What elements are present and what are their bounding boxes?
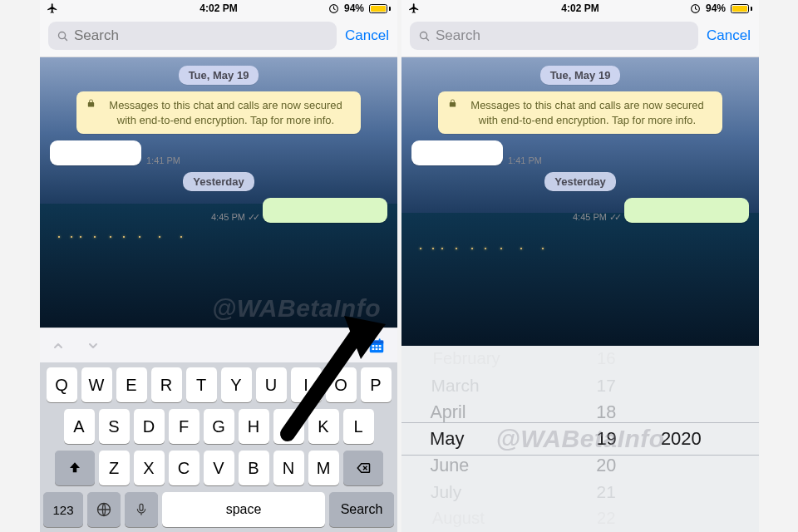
keyboard-row-3: ZXCVBNM: [43, 451, 394, 485]
calendar-icon[interactable]: [367, 337, 386, 355]
date-pill: Tue, May 19: [179, 66, 259, 85]
key-l[interactable]: L: [343, 409, 374, 444]
key-c[interactable]: C: [169, 451, 200, 485]
incoming-bubble[interactable]: [50, 140, 141, 165]
chat-area[interactable]: Tue, May 19 Messages to this chat and ca…: [401, 57, 759, 346]
outgoing-time: 4:45 PM ✓✓: [573, 212, 619, 223]
picker-option[interactable]: 16: [597, 347, 616, 371]
orientation-lock-icon: [328, 3, 339, 14]
key-h[interactable]: H: [239, 409, 269, 444]
key-n[interactable]: N: [273, 451, 304, 485]
day-pill: Yesterday: [183, 172, 254, 191]
key-s[interactable]: S: [99, 409, 130, 444]
svg-rect-7: [379, 345, 382, 347]
svg-rect-12: [379, 338, 381, 342]
dictation-key[interactable]: [125, 492, 158, 527]
picker-option-selected[interactable]: 2020: [661, 426, 702, 452]
svg-rect-6: [376, 345, 378, 347]
key-j[interactable]: J: [273, 409, 304, 444]
picker-option[interactable]: April: [430, 399, 466, 425]
prev-result-icon[interactable]: [52, 339, 65, 352]
picker-option-selected[interactable]: May: [430, 426, 465, 452]
cancel-button[interactable]: Cancel: [707, 27, 751, 44]
read-checks-icon: ✓✓: [248, 212, 258, 222]
search-row: Search Cancel: [401, 17, 759, 57]
picker-day-column[interactable]: 16 17 18 19 20 21 22: [567, 346, 646, 532]
search-key[interactable]: Search: [329, 492, 394, 527]
key-r[interactable]: R: [151, 367, 182, 402]
battery-icon: [369, 4, 391, 13]
picker-option[interactable]: March: [431, 373, 480, 398]
svg-rect-10: [379, 347, 382, 349]
picker-option[interactable]: 22: [597, 506, 616, 530]
status-bar: 4:02 PM 94%: [401, 0, 759, 17]
incoming-message-row: 1:41 PM: [50, 140, 387, 165]
key-o[interactable]: O: [326, 367, 357, 402]
globe-key[interactable]: [87, 492, 121, 527]
chat-area[interactable]: Tue, May 19 Messages to this chat and ca…: [40, 57, 397, 328]
search-field[interactable]: Search: [410, 22, 698, 50]
encryption-notice[interactable]: Messages to this chat and calls are now …: [438, 91, 722, 134]
picker-option[interactable]: 20: [597, 452, 617, 478]
battery-percent: 94%: [706, 2, 726, 14]
picker-option[interactable]: July: [431, 480, 461, 505]
date-picker[interactable]: February March April May June July Augus…: [401, 346, 759, 532]
key-z[interactable]: Z: [99, 451, 130, 485]
picker-option-selected[interactable]: 19: [596, 426, 616, 452]
airplane-mode-icon: [47, 2, 58, 14]
picker-option[interactable]: August: [432, 506, 485, 530]
search-result-nav: [40, 328, 397, 362]
key-e[interactable]: E: [116, 367, 147, 402]
svg-rect-11: [372, 338, 374, 342]
cancel-button[interactable]: Cancel: [345, 27, 389, 44]
key-m[interactable]: M: [308, 451, 339, 485]
key-v[interactable]: V: [204, 451, 234, 485]
outgoing-time: 4:45 PM ✓✓: [211, 212, 258, 223]
picker-option[interactable]: February: [433, 347, 500, 371]
key-g[interactable]: G: [204, 409, 234, 444]
picker-option[interactable]: 18: [597, 399, 617, 425]
picker-option[interactable]: 21: [597, 480, 616, 505]
backspace-key[interactable]: [343, 451, 383, 485]
outgoing-bubble[interactable]: [624, 198, 749, 223]
picker-option[interactable]: June: [430, 452, 469, 478]
key-a[interactable]: A: [64, 409, 95, 444]
picker-month-column[interactable]: February March April May June July Augus…: [401, 346, 567, 532]
key-t[interactable]: T: [186, 367, 217, 402]
comparison-stage: 4:02 PM 94% Cancel: [0, 0, 798, 532]
shift-key[interactable]: [55, 451, 95, 485]
key-x[interactable]: X: [134, 451, 165, 485]
picker-year-column[interactable]: 2020: [646, 346, 759, 532]
keyboard[interactable]: QWERTYUIOP ASDFGHJKL ZXCVBNM 123: [40, 362, 397, 532]
numbers-key[interactable]: 123: [43, 492, 83, 527]
search-field[interactable]: [48, 22, 337, 50]
read-checks-icon: ✓✓: [609, 212, 619, 222]
incoming-bubble[interactable]: [411, 140, 503, 165]
key-d[interactable]: D: [134, 409, 165, 444]
key-f[interactable]: F: [169, 409, 200, 444]
incoming-time: 1:41 PM: [146, 155, 180, 165]
outgoing-bubble[interactable]: [263, 198, 387, 223]
day-pill: Yesterday: [544, 172, 615, 191]
next-result-icon[interactable]: [86, 339, 100, 352]
key-u[interactable]: U: [256, 367, 287, 402]
outgoing-message-row: 4:45 PM ✓✓: [50, 198, 387, 223]
space-key[interactable]: space: [162, 492, 325, 527]
key-i[interactable]: I: [291, 367, 322, 402]
svg-rect-16: [140, 504, 143, 510]
svg-rect-9: [376, 347, 378, 349]
key-w[interactable]: W: [81, 367, 112, 402]
battery-percent: 94%: [344, 2, 364, 14]
key-k[interactable]: K: [308, 409, 339, 444]
key-q[interactable]: Q: [47, 367, 77, 402]
key-y[interactable]: Y: [221, 367, 252, 402]
picker-option[interactable]: 17: [597, 373, 616, 398]
search-input[interactable]: [74, 27, 328, 44]
encryption-notice[interactable]: Messages to this chat and calls are now …: [76, 91, 360, 134]
date-pill: Tue, May 19: [540, 66, 621, 85]
key-b[interactable]: B: [239, 451, 269, 485]
incoming-time: 1:41 PM: [508, 155, 542, 165]
key-p[interactable]: P: [361, 367, 392, 402]
status-bar: 4:02 PM 94%: [40, 0, 397, 17]
search-row: Cancel: [40, 17, 397, 57]
